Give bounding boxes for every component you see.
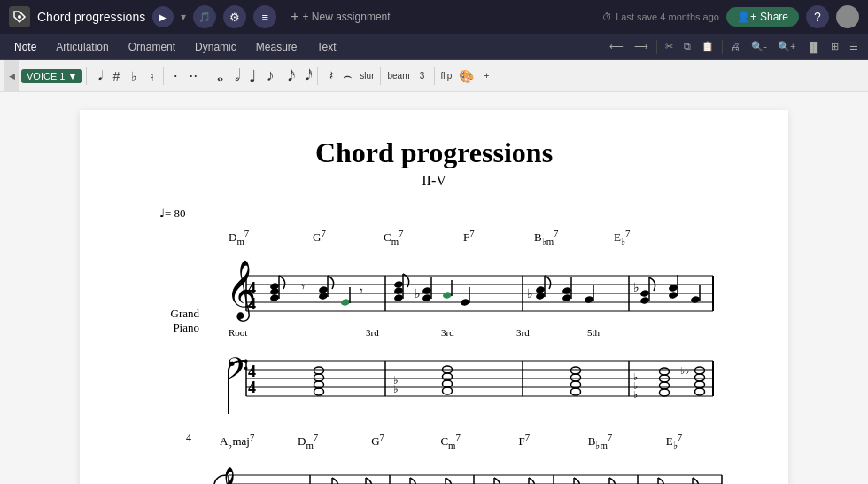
- tab-dynamic[interactable]: Dynamic: [188, 39, 244, 55]
- print-button[interactable]: 🖨: [728, 40, 743, 54]
- beam-btn[interactable]: beam: [384, 70, 412, 82]
- svg-point-71: [314, 367, 324, 374]
- svg-point-90: [695, 388, 705, 395]
- tab-articulation[interactable]: Articulation: [49, 39, 115, 55]
- svg-text:𝄾: 𝄾: [360, 288, 363, 293]
- pos-root: Root: [229, 327, 366, 338]
- svg-text:♭: ♭: [527, 287, 533, 301]
- svg-point-27: [393, 280, 403, 288]
- svg-point-33: [442, 291, 452, 299]
- settings-icon-btn[interactable]: ⚙: [223, 5, 246, 28]
- secondary-toolbar: Note Articulation Ornament Dynamic Measu…: [0, 34, 868, 60]
- zoom-in-button[interactable]: 🔍+: [775, 39, 798, 54]
- svg-text:4: 4: [248, 279, 256, 297]
- tab-measure[interactable]: Measure: [249, 39, 305, 55]
- quarter-note-btn[interactable]: ♩: [244, 66, 260, 87]
- svg-point-14: [269, 293, 279, 301]
- sheet-music: Chord progressions II-V ♩= 80 Grand Pian…: [80, 110, 788, 484]
- svg-point-70: [314, 374, 324, 381]
- chord-bbm7: B♭m7: [534, 228, 614, 247]
- chord-cm7: Cm7: [384, 228, 463, 247]
- svg-point-30: [422, 293, 431, 301]
- play-button[interactable]: ▶: [152, 6, 174, 27]
- extra-btn[interactable]: +: [478, 70, 494, 82]
- grid-button[interactable]: ☰: [847, 39, 861, 54]
- svg-point-92: [695, 374, 705, 381]
- play-chevron[interactable]: ▾: [181, 11, 186, 23]
- mixer-button[interactable]: ▐▌: [803, 40, 823, 54]
- collapse-button[interactable]: ◀: [4, 60, 19, 92]
- svg-point-47: [639, 289, 649, 297]
- equalizer-icon-btn[interactable]: ≡: [253, 5, 276, 28]
- main-content: Chord progressions II-V ♩= 80 Grand Pian…: [0, 92, 868, 484]
- paste-button[interactable]: 📋: [699, 39, 717, 54]
- rest-btn[interactable]: 𝄽: [322, 67, 337, 84]
- svg-text:♭: ♭: [633, 281, 639, 294]
- svg-point-16: [269, 282, 279, 290]
- chord-g7-2: G7: [371, 432, 440, 451]
- double-dot-btn[interactable]: ··: [185, 66, 201, 86]
- svg-point-20: [318, 285, 328, 293]
- svg-point-76: [443, 373, 453, 380]
- chord-symbols-row1: Dm7 G7 Cm7 F7 B♭m7 E♭7: [204, 228, 735, 247]
- svg-point-85: [660, 389, 670, 396]
- instrument-label: Grand Piano: [142, 307, 199, 335]
- staff-system-2: 4 A♭maj7 Dm7 G7 Cm7 F7 B♭m7 E♭7: [204, 432, 735, 484]
- svg-text:♭: ♭: [415, 287, 421, 301]
- cut-button[interactable]: ✂: [663, 39, 676, 54]
- svg-text:♭: ♭: [633, 389, 638, 400]
- score-title: Chord progressions: [133, 137, 735, 169]
- svg-point-25: [393, 293, 403, 301]
- whole-note-btn[interactable]: 𝅝: [209, 66, 225, 86]
- zoom-out-button[interactable]: 🔍-: [748, 39, 770, 54]
- flat-btn[interactable]: ♭: [126, 68, 142, 84]
- view-button[interactable]: ⊞: [828, 39, 841, 54]
- svg-point-22: [340, 298, 350, 306]
- note-input-btn[interactable]: 𝅘𝅥: [90, 67, 106, 84]
- sixteenth-note-btn[interactable]: 𝅘𝅥𝅯: [280, 67, 296, 85]
- chord-eb7-2: E♭7: [666, 432, 735, 451]
- svg-point-0: [18, 15, 21, 19]
- sharp-btn[interactable]: #: [108, 68, 124, 84]
- chord-bbm7-2: B♭m7: [588, 432, 666, 451]
- svg-point-75: [443, 380, 453, 387]
- slur-btn[interactable]: slur: [357, 70, 376, 82]
- dot-btn[interactable]: ·: [167, 66, 183, 86]
- svg-text:♭: ♭: [393, 383, 399, 395]
- svg-point-35: [460, 298, 469, 306]
- undo-button[interactable]: ⟵: [607, 39, 626, 54]
- staff-system-1: Grand Piano Dm7 G7 Cm7 F7 B♭m7 E♭7: [204, 228, 735, 414]
- svg-point-78: [571, 388, 581, 395]
- tuplet-btn[interactable]: 3: [415, 70, 430, 82]
- svg-point-86: [660, 382, 670, 389]
- voice-selector[interactable]: VOICE 1 ▼: [21, 69, 82, 83]
- share-button[interactable]: 👤+ Share: [726, 7, 799, 27]
- copy-button[interactable]: ⧉: [681, 39, 694, 54]
- svg-text:♭♭: ♭♭: [680, 365, 689, 376]
- toolbar-sep3: [205, 67, 205, 85]
- thirtysecond-note-btn[interactable]: 𝅘𝅥𝅰: [298, 67, 314, 84]
- svg-point-93: [695, 367, 705, 374]
- toolbar-sep4: [317, 67, 318, 85]
- new-assignment-button[interactable]: + + New assignment: [283, 5, 397, 28]
- half-note-btn[interactable]: 𝅗𝅥: [227, 66, 243, 86]
- svg-point-74: [443, 387, 453, 394]
- tab-text[interactable]: Text: [309, 39, 343, 55]
- flip-btn[interactable]: flip: [438, 70, 455, 82]
- app-logo: [9, 6, 30, 27]
- help-button[interactable]: ?: [806, 5, 829, 28]
- tie-btn[interactable]: ⌢: [339, 67, 355, 85]
- svg-point-80: [571, 374, 581, 381]
- toolbar-separator: [656, 40, 657, 54]
- svg-point-51: [668, 284, 678, 292]
- tab-ornament[interactable]: Ornament: [121, 39, 182, 55]
- eighth-note-btn[interactable]: ♪: [262, 66, 278, 86]
- chord-eb7: E♭7: [614, 228, 685, 247]
- natural-btn[interactable]: ♮: [143, 68, 159, 84]
- tab-note[interactable]: Note: [7, 39, 43, 55]
- toolbar-separator-2: [722, 40, 723, 54]
- redo-button[interactable]: ⟶: [632, 39, 651, 54]
- mixer-icon-btn[interactable]: 🎵: [193, 5, 216, 28]
- score-subtitle: II-V: [133, 173, 735, 189]
- voice-color-btn[interactable]: 🎨: [456, 68, 477, 84]
